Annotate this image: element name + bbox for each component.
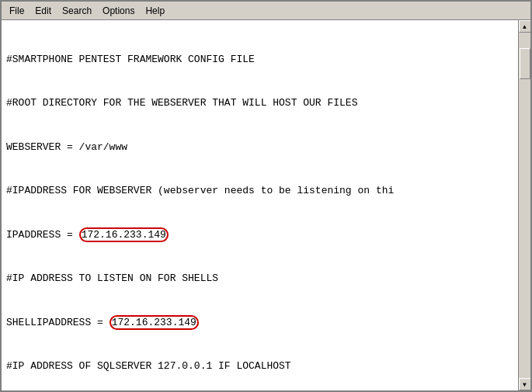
menu-options[interactable]: Options [98,4,139,18]
line-6: #IP ADDRESS TO LISTEN ON FOR SHELLS [6,272,513,286]
line-5: IPADDRESS = 172.16.233.149 [6,228,513,243]
line-2: #ROOT DIRECTORY FOR THE WEBSERVER THAT W… [6,96,513,111]
text-editor[interactable]: #SMARTPHONE PENTEST FRAMEWORK CONFIG FIL… [2,20,518,390]
line-8: #IP ADDRESS OF SQLSERVER 127.0.0.1 IF LO… [6,359,513,374]
scrollbar-track[interactable] [519,33,531,378]
line-7: SHELLIPADDRESS = 172.16.233.149 [6,316,513,331]
shellipaddress-highlight: 172.16.233.149 [110,315,199,330]
scroll-down-button[interactable]: ▼ [519,378,531,390]
menubar: File Edit Search Options Help [2,2,530,20]
content-area: #SMARTPHONE PENTEST FRAMEWORK CONFIG FIL… [2,20,530,390]
main-window: File Edit Search Options Help #SMARTPHON… [0,0,532,392]
text-content: #SMARTPHONE PENTEST FRAMEWORK CONFIG FIL… [2,20,518,390]
menu-help[interactable]: Help [141,4,169,18]
line-1: #SMARTPHONE PENTEST FRAMEWORK CONFIG FIL… [6,53,513,68]
menu-edit[interactable]: Edit [30,4,56,18]
vertical-scrollbar[interactable]: ▲ ▼ [518,20,530,390]
ipaddress-highlight: 172.16.233.149 [79,227,169,242]
line-3: WEBSERVER = /var/www [6,140,513,155]
menu-search[interactable]: Search [57,4,96,18]
line-4: #IPADDRESS FOR WEBSERVER (webserver need… [6,184,513,199]
menu-file[interactable]: File [5,4,29,18]
scroll-up-button[interactable]: ▲ [519,20,531,33]
scrollbar-thumb[interactable] [520,48,530,79]
